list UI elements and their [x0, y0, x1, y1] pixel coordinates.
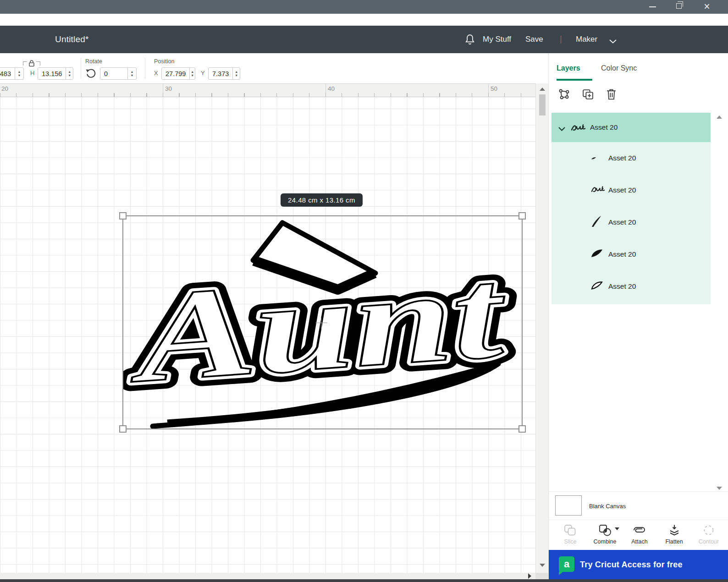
- ruler-major-tick: [325, 84, 326, 97]
- attach-button[interactable]: Attach: [624, 523, 655, 550]
- my-stuff-link[interactable]: My Stuff: [483, 26, 511, 53]
- save-button[interactable]: Save: [525, 26, 543, 53]
- scroll-down-icon[interactable]: [540, 564, 545, 567]
- window-titlebar: ×: [0, 0, 728, 14]
- canvas-color-swatch[interactable]: [555, 495, 582, 516]
- selection-center-crosshair: [321, 317, 321, 329]
- scrollbar-corner: [535, 573, 548, 579]
- cricut-access-banner[interactable]: a Try Cricut Access for free: [549, 550, 728, 579]
- blank-canvas-row[interactable]: Blank Canvas: [549, 491, 728, 520]
- layer-label: Asset 20: [608, 154, 636, 162]
- layer-label: Asset 20: [608, 250, 636, 258]
- layer-label: Asset 20: [590, 123, 618, 132]
- design-canvas[interactable]: 24.48 cm x 13.16 cm Aunt Aunt Aunt: [0, 97, 535, 573]
- width-value[interactable]: 4.483: [0, 68, 15, 79]
- tab-color-sync[interactable]: Color Sync: [601, 64, 637, 72]
- window-bottom-edge: [0, 579, 728, 582]
- layer-row[interactable]: Asset 20: [552, 238, 711, 270]
- combine-button[interactable]: Combine: [590, 523, 620, 550]
- layer-row[interactable]: Asset 20: [552, 174, 711, 206]
- layer-list-scroll-up-icon[interactable]: [717, 115, 722, 119]
- position-y-value[interactable]: 7.373: [209, 68, 232, 79]
- tab-layers[interactable]: Layers: [557, 64, 580, 72]
- width-field[interactable]: 4.483 ▲▼: [0, 67, 24, 80]
- height-field[interactable]: 13.156 ▲▼: [38, 67, 73, 80]
- toolbar-divider: [145, 58, 145, 79]
- ruler-label: 30: [165, 85, 172, 92]
- layer-label: Asset 20: [608, 186, 636, 194]
- selection-handle-bottom-right[interactable]: [518, 425, 526, 433]
- height-label: H: [30, 70, 34, 77]
- word-inner-line[interactable]: Aunt: [123, 241, 512, 410]
- restore-icon[interactable]: [676, 3, 682, 9]
- close-icon[interactable]: ×: [700, 0, 714, 14]
- layer-thumbnail-aunt-icon: [591, 185, 606, 195]
- layer-row[interactable]: Asset 20: [552, 206, 711, 238]
- banner-text: Try Cricut Access for free: [580, 550, 683, 579]
- height-value[interactable]: 13.156: [38, 68, 66, 79]
- scroll-up-icon[interactable]: [540, 88, 545, 91]
- minimize-icon[interactable]: [649, 6, 656, 7]
- attach-paperclip-icon: [624, 523, 655, 538]
- layer-thumbnail-slash-icon: [591, 215, 602, 229]
- notifications-bell-icon[interactable]: [464, 33, 476, 48]
- blank-canvas-label: Blank Canvas: [589, 503, 626, 510]
- ruler-label: 50: [491, 85, 497, 92]
- layer-row[interactable]: Asset 20: [552, 270, 711, 302]
- position-x-value[interactable]: 27.799: [162, 68, 189, 79]
- rotate-icon[interactable]: [85, 68, 96, 81]
- flatten-button[interactable]: Flatten: [659, 523, 689, 550]
- scroll-right-icon[interactable]: [528, 573, 531, 579]
- layer-group-children: Asset 20 Asset 20 Asset 20 Asset 20 Asse…: [552, 142, 711, 304]
- selection-handle-bottom-left[interactable]: [119, 425, 127, 433]
- contour-button: Contour: [694, 523, 724, 550]
- chevron-down-icon[interactable]: [558, 125, 566, 133]
- rotate-label: Rotate: [85, 58, 102, 65]
- layer-list-scroll-down-icon[interactable]: [717, 487, 722, 490]
- machine-selector[interactable]: Maker: [576, 26, 597, 53]
- selection-handle-top-right[interactable]: [518, 212, 526, 220]
- layer-thumbnail-leaf-filled-icon: [591, 249, 603, 260]
- app-header: Untitled* My Stuff Save | Maker Make It: [0, 26, 728, 53]
- chevron-down-icon[interactable]: [609, 38, 617, 46]
- selection-handle-top-left[interactable]: [119, 212, 127, 220]
- position-label: Position: [154, 58, 174, 65]
- duplicate-button[interactable]: [582, 88, 594, 102]
- ruler-label: 20: [1, 85, 8, 92]
- document-title[interactable]: Untitled*: [55, 26, 89, 53]
- layer-row[interactable]: Asset 20: [552, 142, 711, 174]
- x-label: X: [154, 70, 158, 77]
- ruler-major-tick: [488, 84, 489, 97]
- layer-label: Asset 20: [608, 282, 636, 291]
- ruler-major-tick: [163, 84, 163, 97]
- delete-trash-icon[interactable]: [606, 88, 617, 102]
- y-label: Y: [201, 70, 205, 77]
- rotate-field[interactable]: 0 ▲▼: [100, 67, 137, 80]
- layer-thumbnail-aunt-icon: [571, 123, 586, 134]
- flatten-icon: [659, 523, 689, 538]
- width-stepper[interactable]: ▲▼: [15, 68, 23, 79]
- layers-panel: Layers Color Sync Asset 20 Asset 20: [548, 53, 728, 579]
- layer-thumbnail-leaf-outline-icon: [591, 281, 603, 292]
- rotate-value[interactable]: 0: [100, 68, 127, 79]
- active-tab-underline: [557, 79, 592, 81]
- cricut-access-logo: a: [559, 556, 574, 572]
- vertical-scrollbar-thumb[interactable]: [539, 94, 546, 115]
- toolbar-divider: [81, 58, 81, 79]
- layer-row-group[interactable]: Asset 20: [552, 113, 711, 142]
- group-button[interactable]: [558, 88, 570, 102]
- horizontal-ruler: 20 30 40 50: [0, 83, 535, 97]
- vertical-scrollbar[interactable]: [535, 83, 548, 573]
- position-x-stepper[interactable]: ▲▼: [189, 68, 195, 79]
- combine-icon: [590, 523, 620, 538]
- layer-label: Asset 20: [608, 218, 636, 226]
- ruler-label: 40: [328, 85, 335, 92]
- selection-center-crosshair: [315, 323, 327, 323]
- height-stepper[interactable]: ▲▼: [66, 68, 73, 79]
- combine-dropdown-caret-icon[interactable]: [615, 527, 619, 530]
- horizontal-scrollbar[interactable]: [0, 573, 535, 579]
- position-y-stepper[interactable]: ▲▼: [232, 68, 240, 79]
- position-x-field[interactable]: 27.799 ▲▼: [161, 67, 195, 80]
- position-y-field[interactable]: 7.373 ▲▼: [208, 67, 240, 80]
- rotate-stepper[interactable]: ▲▼: [127, 68, 136, 79]
